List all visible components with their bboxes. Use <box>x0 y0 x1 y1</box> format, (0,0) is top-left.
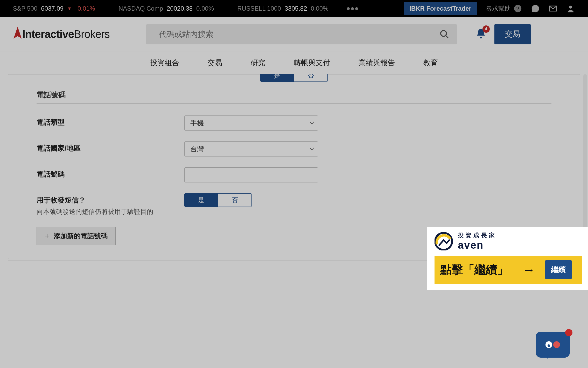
ticker-nasdaq[interactable]: NASDAQ Comp 20020.38 0.00% <box>118 5 214 12</box>
svg-point-3 <box>441 30 446 36</box>
help-icon: ? <box>513 4 522 13</box>
sublabel-sms: 向本號碼發送的短信仍將被用于驗證目的 <box>37 207 184 216</box>
section-divider <box>37 104 551 104</box>
notifications-button[interactable]: 4 <box>475 28 487 40</box>
chat-badge <box>565 329 572 336</box>
input-phone-number[interactable] <box>184 167 318 182</box>
aven-logo-icon <box>435 232 453 250</box>
help-link[interactable]: 尋求幫助 ? <box>486 4 522 13</box>
user-icon[interactable] <box>566 4 575 13</box>
nav-portfolio[interactable]: 投資組合 <box>150 58 179 68</box>
chevron-down-icon <box>310 121 314 125</box>
sms-seg-no[interactable]: 否 <box>218 193 252 207</box>
scrollbar-thumb[interactable] <box>583 74 587 230</box>
cta-banner: 點擊「繼續」 → 繼續 <box>435 256 582 284</box>
forecast-trader-button[interactable]: IBKR ForecastTrader <box>404 2 477 15</box>
ticker-nasdaq-label: NASDAQ Comp <box>118 5 163 12</box>
plus-icon: + <box>45 231 50 241</box>
main-nav: 投資組合 交易 研究 轉帳與支付 業績與報告 教育 <box>0 51 588 74</box>
select-phone-type-value: 手機 <box>190 119 204 128</box>
ticker-russell-label: RUSSELL 1000 <box>237 5 281 12</box>
sms-segment-toggle: 是 否 <box>184 193 252 207</box>
ticker-russell[interactable]: RUSSELL 1000 3305.82 0.00% <box>237 5 328 12</box>
main-header: InteractiveBrokers 4 交易 <box>0 17 588 51</box>
arrow-right-icon: → <box>523 263 535 277</box>
cta-overlay: 投資成長家 aven 點擊「繼續」 → 繼續 <box>427 227 588 290</box>
label-phone-country: 電話國家/地區 <box>37 141 184 153</box>
ticker-more-icon[interactable]: ••• <box>347 3 359 15</box>
aven-tagline: 投資成長家 <box>458 231 497 239</box>
add-phone-button[interactable]: + 添加新的電話號碼 <box>37 227 116 245</box>
search-wrap <box>146 24 457 44</box>
svg-point-2 <box>569 6 572 9</box>
nav-trade[interactable]: 交易 <box>208 58 222 68</box>
section-title-phone: 電話號碼 <box>37 90 551 100</box>
label-phone-type: 電話類型 <box>37 115 184 127</box>
cta-text: 點擊「繼續」 <box>440 262 518 277</box>
nav-education[interactable]: 教育 <box>423 58 438 68</box>
nav-research[interactable]: 研究 <box>251 58 265 68</box>
select-phone-country[interactable]: 台灣 <box>184 141 318 156</box>
ticker-nasdaq-change: 0.00% <box>196 5 214 12</box>
add-phone-label: 添加新的電話號碼 <box>54 231 108 241</box>
search-input[interactable] <box>146 24 457 44</box>
chat-eye-left <box>545 341 552 348</box>
chat-fab[interactable] <box>536 332 570 358</box>
nav-reports[interactable]: 業績與報告 <box>359 58 395 68</box>
broker-logo-icon <box>13 27 22 42</box>
ticker-sp500[interactable]: S&P 500 6037.09 ▼ -0.01% <box>13 5 95 12</box>
aven-brand: 投資成長家 aven <box>435 231 582 251</box>
cta-button-frame: 繼續 <box>541 256 576 283</box>
ticker-russell-change: 0.00% <box>311 5 328 12</box>
ticker-sp500-change: -0.01% <box>75 5 95 12</box>
trade-button[interactable]: 交易 <box>494 24 531 44</box>
ticker-russell-value: 3305.82 <box>285 5 307 12</box>
broker-logo[interactable]: InteractiveBrokers <box>13 27 110 42</box>
continue-button[interactable]: 繼續 <box>545 260 572 279</box>
broker-logo-text: InteractiveBrokers <box>22 28 110 40</box>
market-ticker-bar: S&P 500 6037.09 ▼ -0.01% NASDAQ Comp 200… <box>0 0 588 17</box>
aven-name: aven <box>458 239 497 251</box>
svg-line-4 <box>446 35 448 38</box>
svg-text:?: ? <box>516 6 519 11</box>
select-phone-type[interactable]: 手機 <box>184 115 318 131</box>
label-sms: 用于收發短信？ <box>37 196 86 204</box>
help-label: 尋求幫助 <box>486 4 511 13</box>
ticker-sp500-label: S&P 500 <box>13 5 37 12</box>
sms-seg-yes[interactable]: 是 <box>184 193 218 207</box>
label-phone-number: 電話號碼 <box>37 167 184 179</box>
chat-bubble-icon <box>536 332 570 358</box>
select-phone-country-value: 台灣 <box>190 145 204 154</box>
mail-icon[interactable] <box>549 4 557 13</box>
notification-badge: 4 <box>482 25 490 33</box>
search-icon[interactable] <box>439 29 449 39</box>
chat-icon[interactable] <box>531 4 540 13</box>
nav-transfer[interactable]: 轉帳與支付 <box>294 58 330 68</box>
down-arrow-icon: ▼ <box>67 6 72 11</box>
ticker-sp500-value: 6037.09 <box>41 5 64 12</box>
chevron-down-icon <box>310 147 314 151</box>
chat-eye-right <box>553 341 560 348</box>
ticker-nasdaq-value: 20020.38 <box>167 5 193 12</box>
